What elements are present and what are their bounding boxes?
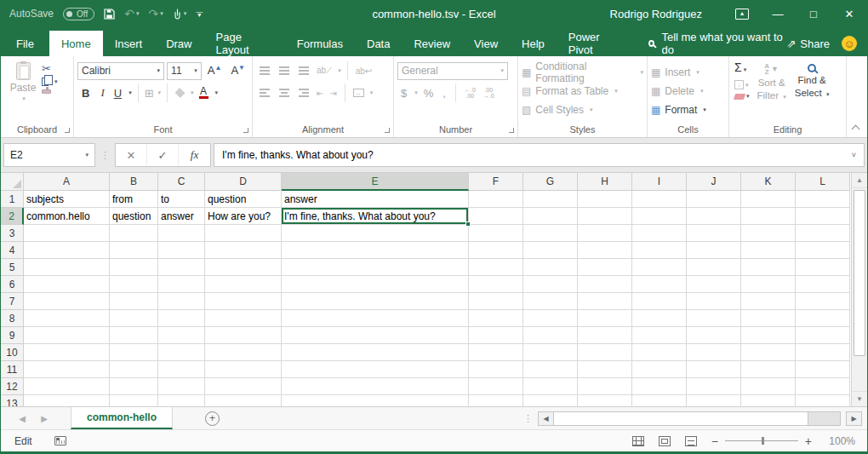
insert-function-button[interactable]: fx (179, 144, 210, 166)
dialog-launcher-icon[interactable] (65, 128, 70, 133)
tab-home[interactable]: Home (49, 31, 103, 56)
column-header-A[interactable]: A (24, 173, 110, 191)
vertical-scrollbar[interactable]: ▲ ▼ (851, 173, 867, 406)
feedback-smiley-button[interactable]: ☺ (842, 36, 857, 51)
row-header-11[interactable]: 11 (1, 361, 24, 378)
column-header-E[interactable]: E (282, 173, 469, 191)
cell-I6[interactable] (632, 276, 687, 293)
cell-I2[interactable] (632, 208, 687, 225)
vertical-scrollbar-thumb[interactable] (854, 190, 865, 356)
cell-J1[interactable] (687, 191, 741, 208)
tab-insert[interactable]: Insert (103, 31, 155, 56)
cell-L12[interactable] (796, 378, 850, 395)
cell-F2[interactable] (469, 208, 523, 225)
cell-J3[interactable] (687, 225, 741, 242)
cell-I9[interactable] (632, 327, 687, 344)
cell-K12[interactable] (741, 378, 796, 395)
increase-decimal-button[interactable]: ←.0.00 (462, 87, 478, 99)
record-macro-button[interactable] (54, 436, 66, 445)
tell-me-search[interactable]: Tell me what you want to do (648, 31, 787, 56)
cell-B3[interactable] (110, 225, 158, 242)
horizontal-scrollbar-thumb[interactable] (553, 412, 808, 425)
maximize-button[interactable]: □ (796, 0, 831, 27)
cell-G12[interactable] (523, 378, 578, 395)
redo-button[interactable]: ↷▾ (148, 8, 163, 20)
cell-H6[interactable] (578, 276, 632, 293)
cell-C2[interactable]: answer (158, 208, 205, 225)
cell-J11[interactable] (687, 361, 741, 378)
zoom-level[interactable]: 100% (826, 435, 855, 447)
cell-H12[interactable] (578, 378, 632, 395)
middle-align-button[interactable] (279, 66, 289, 75)
cell-C4[interactable] (158, 242, 205, 259)
cell-J13[interactable] (687, 395, 741, 406)
top-align-button[interactable] (260, 66, 270, 75)
cell-B8[interactable] (110, 310, 158, 327)
borders-button[interactable]: ⊞ (145, 87, 154, 100)
cell-L6[interactable] (796, 276, 850, 293)
cell-F5[interactable] (469, 259, 523, 276)
cell-H5[interactable] (578, 259, 632, 276)
select-all-button[interactable] (1, 173, 24, 191)
cell-K2[interactable] (741, 208, 796, 225)
align-right-button[interactable] (299, 89, 309, 97)
save-button[interactable] (104, 9, 115, 20)
underline-button[interactable]: U (111, 87, 124, 100)
cell-F11[interactable] (469, 361, 523, 378)
cell-E1[interactable]: answer (282, 191, 469, 208)
cell-G3[interactable] (523, 225, 578, 242)
row-header-3[interactable]: 3 (1, 225, 24, 242)
cell-D11[interactable] (205, 361, 282, 378)
cell-J9[interactable] (687, 327, 741, 344)
cell-L13[interactable] (796, 395, 850, 406)
cell-F6[interactable] (469, 276, 523, 293)
sort-filter-button[interactable]: AZ▼ Sort & Filter ▾ (753, 60, 791, 122)
decrease-indent-button[interactable]: ⇤ (315, 89, 325, 98)
enter-button[interactable]: ✓ (147, 144, 179, 166)
cell-G11[interactable] (523, 361, 578, 378)
zoom-slider[interactable] (725, 440, 798, 441)
cell-D9[interactable] (205, 327, 282, 344)
cell-E8[interactable] (282, 310, 469, 327)
cell-B10[interactable] (110, 344, 158, 361)
cell-D2[interactable]: How are you? (205, 208, 282, 225)
scroll-up-icon[interactable]: ▲ (852, 173, 867, 188)
cell-E10[interactable] (282, 344, 469, 361)
row-header-6[interactable]: 6 (1, 276, 24, 293)
share-button[interactable]: ⇗Share (786, 37, 830, 50)
cell-E11[interactable] (282, 361, 469, 378)
tab-data[interactable]: Data (355, 31, 402, 56)
tab-file[interactable]: File (1, 31, 49, 56)
cell-B7[interactable] (110, 293, 158, 310)
wrap-text-button[interactable]: ab↩ (354, 66, 374, 76)
cell-D8[interactable] (205, 310, 282, 327)
cell-D3[interactable] (205, 225, 282, 242)
cell-E4[interactable] (282, 242, 469, 259)
paste-button[interactable]: Paste ▾ (4, 60, 42, 122)
cell-E9[interactable] (282, 327, 469, 344)
tab-draw[interactable]: Draw (154, 31, 203, 56)
cell-G1[interactable] (523, 191, 578, 208)
comma-style-button[interactable]: , (439, 87, 449, 100)
cell-A7[interactable] (24, 293, 110, 310)
copy-button[interactable]: ▾ (42, 78, 58, 86)
cell-G2[interactable] (523, 208, 578, 225)
cell-B1[interactable]: from (110, 191, 158, 208)
scroll-right-icon[interactable]: ▶ (846, 411, 862, 426)
cell-C6[interactable] (158, 276, 205, 293)
tab-view[interactable]: View (462, 31, 510, 56)
fill-handle[interactable] (465, 221, 471, 227)
column-header-G[interactable]: G (523, 173, 578, 191)
cell-B6[interactable] (110, 276, 158, 293)
font-color-button[interactable]: A (197, 87, 211, 99)
cell-K5[interactable] (741, 259, 796, 276)
scroll-down-icon[interactable]: ▼ (852, 391, 867, 406)
cell-I10[interactable] (632, 344, 687, 361)
cell-D10[interactable] (205, 344, 282, 361)
dialog-launcher-icon[interactable] (243, 128, 248, 133)
cell-F4[interactable] (469, 242, 523, 259)
cell-K6[interactable] (741, 276, 796, 293)
cell-E13[interactable] (282, 395, 469, 406)
cell-J7[interactable] (687, 293, 741, 310)
row-header-2[interactable]: 2 (1, 208, 24, 225)
